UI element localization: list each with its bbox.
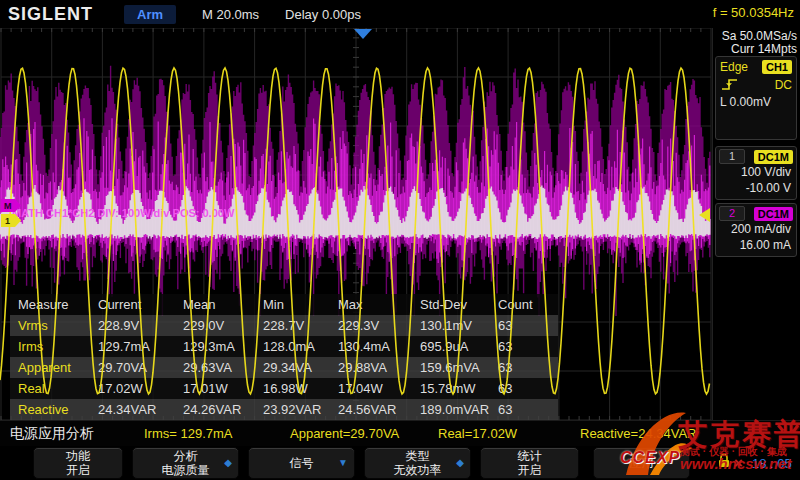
- channel-offset: 16.00 mA: [716, 237, 796, 253]
- softkey-button-4[interactable]: 类型无效功率◆: [364, 447, 471, 479]
- softkey-label: 信号: [290, 456, 314, 470]
- rising-edge-icon: [720, 77, 740, 92]
- measure-name-cell: Real: [10, 378, 90, 399]
- table-row: Vrms228.9V229.0V228.7V229.3V130.1mV63: [10, 315, 558, 336]
- table-header-cell: Measure: [10, 294, 90, 315]
- measure-value-cell: 228.7V: [255, 315, 330, 336]
- measure-value-cell: 17.02W: [90, 378, 175, 399]
- measure-value-cell: 63: [490, 315, 558, 336]
- softkey-button-2[interactable]: 分析电源质量◆: [132, 447, 239, 479]
- measurement-table: MeasureCurrentMeanMinMaxStd-DevCountVrms…: [10, 294, 558, 420]
- trigger-level-readout: L 0.00mV: [720, 95, 771, 109]
- softkey-button-3[interactable]: 信号▼: [248, 447, 355, 479]
- channel-number: 2: [719, 206, 745, 221]
- measure-value-cell: 189.0mVAR: [412, 399, 490, 420]
- softkey-menu-bar: 功能开启分析电源质量◆信号▼类型无效功率◆统计开启应用: [0, 446, 800, 480]
- softkey-button-1[interactable]: 功能开启: [33, 447, 123, 479]
- softkey-sublabel: 无效功率: [394, 463, 442, 477]
- lock-icon: [716, 452, 732, 470]
- softkey-label: 应用: [630, 456, 654, 470]
- measure-value-cell: 229.3V: [330, 315, 412, 336]
- table-header-cell: Max: [330, 294, 412, 315]
- selector-diamond-icon: ◆: [224, 456, 232, 470]
- measure-value-cell: 15.78mW: [412, 378, 490, 399]
- channel-2-panel[interactable]: 2DC1M200 mA/div16.00 mA: [715, 203, 797, 257]
- trigger-source-badge[interactable]: CH1: [762, 60, 792, 74]
- measure-value-cell: 129.3mA: [175, 336, 255, 357]
- measure-value-cell: 24.56VAR: [330, 399, 412, 420]
- measure-value-cell: 29.63VA: [175, 357, 255, 378]
- measure-value-cell: 130.4mA: [330, 336, 412, 357]
- status-measurement: Apparent=29.70VA: [290, 426, 399, 441]
- measure-name-cell: Vrms: [10, 315, 90, 336]
- memory-depth: Curr 14Mpts: [713, 43, 797, 56]
- measure-value-cell: 229.0V: [175, 315, 255, 336]
- measure-name-cell: Irms: [10, 336, 90, 357]
- coupling-badge[interactable]: DC1M: [754, 150, 793, 164]
- channel-number: 1: [719, 149, 745, 164]
- table-row: MeasureCurrentMeanMinMaxStd-DevCount: [10, 294, 558, 315]
- selector-diamond-icon: ◆: [456, 456, 464, 470]
- table-row: Irms129.7mA129.3mA128.0mA130.4mA695.9uA6…: [10, 336, 558, 357]
- measure-value-cell: 63: [490, 378, 558, 399]
- oscilloscope-screen: SIGLENT Arm M 20.0ms Delay 0.00ps f = 50…: [0, 0, 800, 480]
- usb-disconnected-icon: ×: [734, 454, 743, 471]
- table-row: Apparent29.70VA29.63VA29.34VA29.88VA159.…: [10, 357, 558, 378]
- math-trace-label: MATH CH1*CH2 DIV: 100W/div POS: 0.00W: [12, 207, 235, 219]
- trigger-panel[interactable]: Edge CH1 DC L 0.00mV: [715, 56, 797, 140]
- measure-value-cell: 228.9V: [90, 315, 175, 336]
- table-header-cell: Std-Dev: [412, 294, 490, 315]
- measure-value-cell: 128.0mA: [255, 336, 330, 357]
- measure-value-cell: 130.1mV: [412, 315, 490, 336]
- measure-value-cell: 159.6mVA: [412, 357, 490, 378]
- right-sidebar: Sa 50.0MSa/s Curr 14Mpts Edge CH1 DC L 0…: [712, 28, 800, 420]
- softkey-label: 分析: [174, 449, 198, 463]
- measure-value-cell: 16.98W: [255, 378, 330, 399]
- measure-value-cell: 23.92VAR: [255, 399, 330, 420]
- status-measurement: Real=17.02W: [438, 426, 517, 441]
- measure-name-cell: Reactive: [10, 399, 90, 420]
- run-state-badge[interactable]: Arm: [124, 5, 176, 24]
- measure-value-cell: 24.34VAR: [90, 399, 175, 420]
- softkey-sublabel: 开启: [518, 463, 542, 477]
- softkey-button-6[interactable]: 应用: [593, 447, 690, 479]
- clock: 18 : 05: [752, 456, 792, 471]
- timebase-readout[interactable]: M 20.0ms: [202, 7, 259, 22]
- channel-scale: 200 mA/div: [716, 221, 796, 237]
- measure-value-cell: 29.88VA: [330, 357, 412, 378]
- channel-scale: 100 V/div: [716, 164, 796, 180]
- measure-name-cell: Apparent: [10, 357, 90, 378]
- measure-value-cell: 63: [490, 357, 558, 378]
- softkey-sublabel: 电源质量: [162, 463, 210, 477]
- measure-value-cell: 129.7mA: [90, 336, 175, 357]
- table-row: Reactive24.34VAR24.26VAR23.92VAR24.56VAR…: [10, 399, 558, 420]
- softkey-sublabel: 开启: [66, 463, 90, 477]
- delay-readout[interactable]: Delay 0.00ps: [285, 7, 361, 22]
- table-header-cell: Min: [255, 294, 330, 315]
- status-measurement: Irms= 129.7mA: [144, 426, 233, 441]
- measure-value-cell: 63: [490, 399, 558, 420]
- brand-logo: SIGLENT: [8, 4, 118, 25]
- top-bar: SIGLENT Arm M 20.0ms Delay 0.00ps f = 50…: [0, 0, 800, 28]
- table-row: Real17.02W17.01W16.98W17.04W15.78mW63: [10, 378, 558, 399]
- status-bar: 电源应用分析 Irms= 129.7mAApparent=29.70VAReal…: [0, 420, 800, 447]
- measure-value-cell: 63: [490, 336, 558, 357]
- app-title: 电源应用分析: [10, 425, 94, 443]
- trigger-mode-label: Edge: [720, 60, 748, 74]
- measure-value-cell: 29.70VA: [90, 357, 175, 378]
- chevron-down-icon: ▼: [338, 456, 348, 470]
- softkey-label: 类型: [406, 449, 430, 463]
- trigger-coupling-label: DC: [775, 78, 792, 92]
- acquisition-info: Sa 50.0MSa/s Curr 14Mpts: [713, 30, 799, 56]
- channel-1-panel[interactable]: 1DC1M100 V/div-10.00 V: [715, 146, 797, 200]
- softkey-button-5[interactable]: 统计开启: [480, 447, 579, 479]
- measure-value-cell: 17.04W: [330, 378, 412, 399]
- measure-value-cell: 24.26VAR: [175, 399, 255, 420]
- channel-offset: -10.00 V: [716, 180, 796, 196]
- coupling-badge[interactable]: DC1M: [754, 207, 793, 221]
- table-header-cell: Mean: [175, 294, 255, 315]
- status-measurement: Reactive=24.34VAR: [580, 426, 696, 441]
- table-header-cell: Current: [90, 294, 175, 315]
- trigger-frequency-readout: f = 50.0354Hz: [713, 5, 794, 20]
- table-header-cell: Count: [490, 294, 558, 315]
